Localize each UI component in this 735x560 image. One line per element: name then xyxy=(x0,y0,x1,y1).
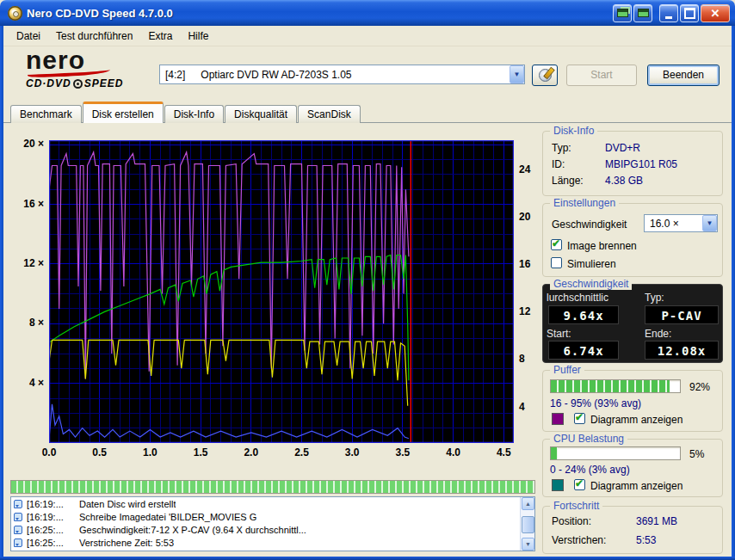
buffer-progressbar xyxy=(550,379,681,393)
simulate-checkbox[interactable] xyxy=(551,257,562,268)
avg-speed-label: lurchschnittlic xyxy=(547,292,608,304)
minimize-icon xyxy=(660,5,677,22)
chevron-down-icon[interactable]: ▼ xyxy=(702,215,717,231)
chart-x-axis: 0.00.51.01.52.02.53.03.54.04.5 xyxy=(49,446,521,458)
log-item[interactable]: [16:19:... Daten Disc wird erstellt xyxy=(11,497,534,510)
scroll-up-icon[interactable]: ▲ xyxy=(522,497,534,510)
chevron-down-icon[interactable]: ▼ xyxy=(510,65,524,83)
logo-sub-left: CD·DVD xyxy=(26,77,71,89)
scroll-thumb[interactable] xyxy=(522,516,534,533)
disk-id-label: ID: xyxy=(552,158,565,170)
elapsed-value: 5:53 xyxy=(636,534,656,546)
start-button[interactable]: Start xyxy=(566,65,637,86)
tab-scandisk[interactable]: ScanDisk xyxy=(298,105,361,123)
group-title: CPU Belastung xyxy=(550,433,627,445)
window-frame xyxy=(732,24,735,560)
axis-tick-label: 8 × xyxy=(29,317,44,329)
log-time: [16:25:... xyxy=(27,525,75,535)
cpu-diagram-label: Diagramm anzeigen xyxy=(590,480,682,492)
axis-tick-label: 0.0 xyxy=(40,446,58,458)
close-button[interactable]: ✕ xyxy=(701,4,730,22)
buffer-diagram-checkbox[interactable] xyxy=(574,413,585,424)
axis-tick-label: 4.5 xyxy=(495,446,512,458)
quit-button[interactable]: Beenden xyxy=(647,65,720,86)
axis-tick-label: 1.0 xyxy=(141,446,158,458)
group-title: Puffer xyxy=(550,364,584,376)
chart-left-axis: 4 ×8 ×12 ×16 ×20 × xyxy=(7,140,46,443)
end-speed-label: Ende: xyxy=(645,328,671,340)
drive-name: Optiarc DVD RW AD-7203S 1.05 xyxy=(201,69,351,81)
axis-tick-label: 20 × xyxy=(23,138,44,150)
tab-disk-erstellen[interactable]: Disk erstellen xyxy=(83,102,164,123)
speed-select[interactable]: 16.0 × ▼ xyxy=(644,214,718,232)
log-item[interactable]: [16:25:... Verstrichene Zeit: 5:53 xyxy=(11,536,534,549)
log-info-icon xyxy=(14,538,22,547)
disc-icon xyxy=(73,79,83,89)
menu-datei[interactable]: Datei xyxy=(9,28,48,45)
tab-disk-info[interactable]: Disk-Info xyxy=(164,105,224,123)
tab-diskqualitaet[interactable]: Diskqualität xyxy=(225,105,297,123)
window-title: Nero CD-DVD Speed 4.7.0.0 xyxy=(27,7,173,20)
group-cpu: CPU Belastung 5% 0 - 24% (3% avg) Diagra… xyxy=(542,439,723,497)
disk-id-value: MBIPG101 R05 xyxy=(605,158,677,170)
axis-tick-label: 0.5 xyxy=(91,446,108,458)
cpu-progressbar xyxy=(550,446,681,460)
burn-chart xyxy=(49,140,514,443)
tab-benchmark[interactable]: Benchmark xyxy=(10,105,82,123)
buffer-diagram-label: Diagramm anzeigen xyxy=(590,414,682,426)
close-icon: ✕ xyxy=(701,5,729,22)
image-burn-checkbox[interactable] xyxy=(551,239,562,250)
position-label: Position: xyxy=(552,515,591,527)
drive-select[interactable]: [4:2] Optiarc DVD RW AD-7203S 1.05 ▼ xyxy=(159,65,525,84)
axis-tick-label: 4 xyxy=(519,401,525,413)
app-window: Nero CD-DVD Speed 4.7.0.0 ✕ Datei Test d… xyxy=(0,0,735,560)
group-fortschritt: Fortschritt Position: 3691 MB Verstriche… xyxy=(542,506,723,554)
buffer-progress-fill xyxy=(551,380,670,392)
cpu-diagram-checkbox[interactable] xyxy=(574,479,585,490)
overall-progress-fill xyxy=(11,481,534,493)
disk-type-value: DVD+R xyxy=(605,142,640,154)
tabstrip: Benchmark Disk erstellen Disk-Info Diskq… xyxy=(10,102,361,123)
group-puffer: Puffer 92% 16 - 95% (93% avg) Diagramm a… xyxy=(542,370,723,432)
axis-tick-label: 16 × xyxy=(23,198,44,210)
avg-speed-lcd: 9.64x xyxy=(548,305,619,324)
log-item[interactable]: [16:19:... Schreibe Imagedatei 'BILDER_M… xyxy=(11,510,534,523)
titlebar[interactable]: Nero CD-DVD Speed 4.7.0.0 ✕ xyxy=(0,0,735,26)
menu-test-durchfuehren[interactable]: Test durchführen xyxy=(48,28,140,45)
axis-tick-label: 16 xyxy=(519,258,530,270)
maximize-button[interactable] xyxy=(680,4,699,22)
disk-length-label: Länge: xyxy=(552,175,584,187)
group-title: Einstellungen xyxy=(550,197,619,209)
windows-green-icon xyxy=(617,9,628,17)
titlebar-tool-button-2[interactable] xyxy=(633,4,652,22)
log-scrollbar[interactable]: ▲ ▼ xyxy=(520,497,534,551)
burn-tool-button[interactable] xyxy=(532,65,558,86)
axis-tick-label: 12 × xyxy=(23,257,44,269)
cpu-percent: 5% xyxy=(689,448,704,460)
scroll-down-icon[interactable]: ▼ xyxy=(522,538,534,551)
titlebar-tool-button-1[interactable] xyxy=(613,4,632,22)
buffer-percent: 92% xyxy=(689,381,710,393)
menubar: Datei Test durchführen Extra Hilfe xyxy=(3,26,732,46)
log-text: Schreibe Imagedatei 'BILDER_MOVIES G xyxy=(79,512,256,522)
maximize-icon xyxy=(681,5,698,22)
menu-extra[interactable]: Extra xyxy=(140,28,180,45)
log-text: Geschwindigkeit:7-12 X P-CAV (9.64 X dur… xyxy=(79,525,306,535)
speed-type-lcd: P-CAV xyxy=(645,305,719,324)
write-disc-icon xyxy=(539,69,552,82)
app-disc-icon xyxy=(8,6,22,21)
axis-tick-label: 12 xyxy=(519,305,530,317)
cpu-progress-fill xyxy=(551,447,558,459)
log-text: Verstrichene Zeit: 5:53 xyxy=(79,538,174,548)
axis-tick-label: 4 × xyxy=(29,377,44,389)
axis-tick-label: 2.0 xyxy=(243,446,260,458)
nero-logo: nero CD·DVD SPEED xyxy=(26,48,164,93)
axis-tick-label: 4.0 xyxy=(445,446,462,458)
window-frame xyxy=(0,557,735,560)
start-speed-label: Start: xyxy=(547,328,571,340)
menu-hilfe[interactable]: Hilfe xyxy=(180,28,216,45)
minimize-button[interactable] xyxy=(659,4,678,22)
log-item[interactable]: [16:25:... Geschwindigkeit:7-12 X P-CAV … xyxy=(11,523,534,536)
window-green-icon xyxy=(638,9,649,17)
image-burn-label: Image brennen xyxy=(567,240,637,252)
